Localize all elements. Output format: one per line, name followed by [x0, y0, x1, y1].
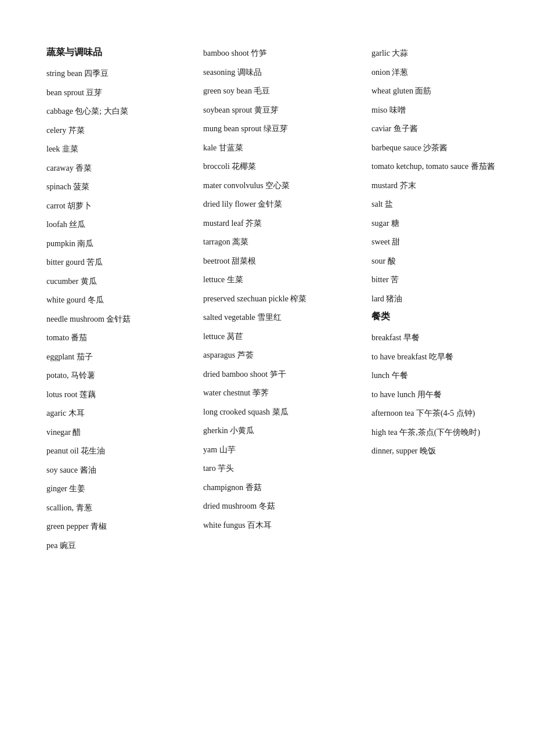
item-english: onion	[371, 68, 392, 77]
list-item: vinegar 醋	[46, 426, 192, 439]
list-item: peanut oil 花生油	[46, 444, 192, 458]
item-english: white gourd	[46, 296, 88, 304]
item-english: cucumber	[46, 277, 81, 286]
item-chinese: 香菇	[246, 483, 262, 492]
item-english: salt	[371, 200, 385, 208]
item-chinese: 甘蓝菜	[219, 143, 243, 152]
list-item: yam 山芋	[203, 443, 360, 456]
list-item: salted vegetable 雪里红	[203, 311, 360, 324]
item-chinese: 酸	[388, 257, 396, 265]
list-item: long crooked squash 菜瓜	[203, 405, 360, 419]
item-english: needle mushroom	[46, 315, 106, 323]
item-chinese: 蒿菜	[232, 237, 248, 246]
item-chinese: 芦荟	[237, 351, 254, 359]
item-english: water chestnut	[203, 388, 252, 397]
item-chinese: 午茶,茶点(下午傍晚时)	[399, 428, 480, 437]
item-english: mater convolvulus	[203, 181, 265, 190]
list-item: garlic 大蒜	[371, 46, 511, 60]
item-chinese: 芥末	[400, 181, 416, 190]
list-item: white fungus 百木耳	[203, 519, 360, 532]
list-item: dried bamboo shoot 笋干	[203, 368, 360, 381]
item-chinese: 花椰菜	[232, 162, 256, 171]
list-item: green pepper 青椒	[46, 520, 192, 533]
list-item: water chestnut 荸荠	[203, 386, 360, 399]
list-item: bean sprout 豆芽	[46, 86, 192, 99]
item-english: afternoon tea	[371, 409, 416, 417]
item-chinese: 豌豆	[60, 541, 76, 550]
item-chinese: 金针菜	[258, 200, 282, 208]
item-english: sweet	[371, 237, 392, 246]
item-english: long crooked squash	[203, 408, 272, 416]
item-english: bitter	[371, 275, 391, 284]
item-chinese: 四季豆	[84, 69, 109, 78]
item-english: wheat gluten	[371, 87, 415, 95]
list-item: soybean sprout 黄豆芽	[203, 103, 360, 117]
item-english: caviar	[371, 124, 394, 133]
item-english: green soy bean	[203, 87, 254, 95]
list-item: preserved szechuan pickle 榨菜	[203, 292, 360, 305]
item-chinese: 胡萝卜	[67, 201, 92, 210]
item-chinese: 晚饭	[420, 447, 436, 455]
item-english: gherkin	[203, 426, 230, 435]
list-item: wheat gluten 面筋	[371, 84, 511, 98]
item-english: broccoli	[203, 162, 232, 171]
item-english: lettuce	[203, 332, 227, 341]
item-english: bean sprout	[46, 88, 86, 97]
list-item: ginger 生姜	[46, 482, 192, 495]
item-chinese: 猪油	[386, 294, 402, 303]
item-english: dried lily flower	[203, 200, 258, 208]
list-item: pumpkin 南瓜	[46, 237, 192, 250]
item-chinese: 菜瓜	[272, 408, 288, 416]
list-item: dried lily flower 金针菜	[203, 197, 360, 211]
item-chinese: 洋葱	[392, 68, 408, 77]
item-english: pumpkin	[46, 239, 77, 248]
item-english: soy sauce	[46, 466, 80, 474]
list-item: spinach 菠菜	[46, 180, 192, 193]
item-chinese: 吃早餐	[429, 352, 453, 361]
item-english: yam	[203, 445, 219, 454]
item-english: dinner, supper	[371, 447, 420, 455]
item-chinese: 番茄	[71, 333, 87, 342]
item-english: ginger	[46, 484, 69, 493]
item-chinese: 榨菜	[290, 294, 306, 303]
list-item: lunch 午餐	[371, 369, 511, 382]
list-item: dried mushroom 冬菇	[203, 499, 360, 513]
list-item: pea 豌豆	[46, 539, 192, 552]
list-item: barbeque sauce 沙茶酱	[371, 141, 511, 154]
item-english: leek	[46, 145, 62, 153]
item-english: champignon	[203, 483, 246, 492]
item-english: dried mushroom	[203, 502, 259, 510]
item-english: breakfast	[371, 333, 403, 342]
item-chinese: 豆芽	[86, 88, 102, 97]
list-item: champignon 香菇	[203, 481, 360, 494]
list-item: lard 猪油	[371, 292, 511, 305]
item-chinese: 酱油	[80, 466, 96, 474]
item-chinese: 用午餐	[417, 390, 442, 399]
item-chinese: 马铃薯	[71, 371, 95, 380]
item-english: miso	[371, 106, 389, 114]
item-english: mustard leaf	[203, 219, 246, 228]
item-english: green pepper	[46, 522, 91, 531]
item-chinese: 调味品	[237, 68, 262, 77]
item-english: tomato	[46, 333, 71, 342]
list-item: sweet 甜	[371, 235, 511, 249]
item-chinese: 生姜	[69, 484, 85, 493]
item-chinese: 丝瓜	[69, 220, 85, 229]
list-item: caviar 鱼子酱	[371, 122, 511, 135]
column-1: 蔬菜与调味品string bean 四季豆bean sprout 豆芽cabba…	[46, 46, 203, 557]
item-chinese: 笋干	[270, 370, 286, 379]
item-english: high tea	[371, 428, 399, 437]
item-chinese: 早餐	[403, 333, 420, 342]
item-chinese: 金针菇	[106, 315, 131, 323]
item-chinese: 百木耳	[247, 521, 272, 530]
item-chinese: 韭菜	[62, 145, 78, 153]
item-english: potato,	[46, 371, 71, 380]
item-chinese: 甜	[392, 237, 400, 246]
item-chinese: 空心菜	[265, 181, 290, 190]
item-chinese: 茄子	[77, 352, 93, 361]
item-chinese: 山芋	[219, 445, 236, 454]
item-chinese: 苦	[391, 275, 399, 284]
item-chinese: 毛豆	[254, 87, 270, 95]
list-item: carrot 胡萝卜	[46, 199, 192, 213]
list-item: bitter gourd 苦瓜	[46, 255, 192, 269]
